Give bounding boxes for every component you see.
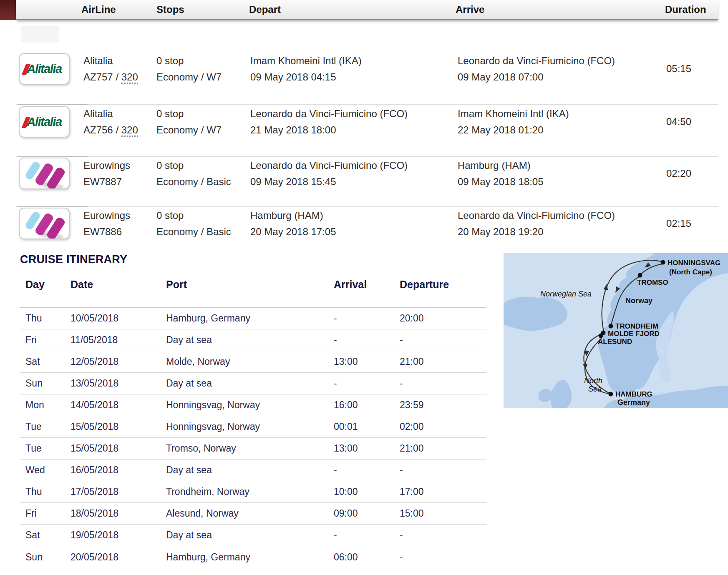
- stops-count: 0 stop: [156, 108, 184, 119]
- depart-airport: Leonardo da Vinci-Fiumicino (FCO): [250, 108, 408, 119]
- cruise-table-header: Day Date Port Arrival Departure: [20, 273, 486, 308]
- map-label-alesund: ALESUND: [598, 338, 632, 346]
- map-label-norwegian-sea: Norwegian Sea: [540, 290, 592, 298]
- depart-airport: Leonardo da Vinci-Fiumicino (FCO): [250, 160, 408, 171]
- arrive-time: 09 May 2018 18:05: [458, 176, 544, 187]
- departure-cell: 21:00: [400, 356, 486, 367]
- arrival-cell: 10:00: [334, 486, 400, 497]
- stops-cell: 0 stop Economy / W7: [156, 53, 250, 85]
- departure-cell: 21:00: [400, 443, 486, 454]
- stops-cell: 0 stop Economy / W7: [156, 105, 250, 138]
- duration-value: 04:50: [666, 116, 718, 128]
- arrival-cell: -: [334, 530, 400, 541]
- map-label-norway: Norway: [625, 296, 652, 305]
- departure-cell: 02:00: [400, 421, 486, 432]
- alitalia-logo-text: Alitalia: [27, 115, 61, 129]
- departure-cell: 15:00: [400, 508, 486, 519]
- arrival-cell: -: [334, 313, 400, 324]
- cabin-class: Economy / W7: [156, 124, 222, 136]
- flight-cruise-summary-page: AirLine Stops Depart Arrive Duration Ali…: [0, 0, 728, 575]
- date-cell: 16/05/2018: [71, 465, 166, 476]
- day-cell: Fri: [25, 508, 71, 519]
- cabin-class: Economy / W7: [156, 71, 222, 83]
- arrive-time: 22 May 2018 01:20: [458, 124, 544, 136]
- day-cell: Mon: [25, 399, 71, 411]
- arrival-cell: -: [334, 378, 400, 389]
- flight-code: AZ756 /: [83, 124, 118, 136]
- cruise-row: Wed 16/05/2018 Day at sea - -: [20, 459, 486, 481]
- eurowings-logo: [19, 158, 70, 189]
- port-cell: Day at sea: [166, 465, 334, 476]
- date-cell: 14/05/2018: [71, 399, 166, 411]
- day-cell: Sun: [25, 552, 71, 563]
- flight-code: AZ757 /: [83, 71, 118, 83]
- aircraft-type[interactable]: 320: [121, 124, 138, 137]
- flight-code: EW7887: [83, 176, 122, 187]
- date-cell: 17/05/2018: [71, 486, 166, 497]
- flights-table-header: AirLine Stops Depart Arrive Duration: [16, 0, 718, 20]
- cruise-row: Fri 18/05/2018 Alesund, Norway 09:00 15:…: [20, 503, 486, 525]
- arrival-cell: 06:00: [334, 552, 400, 563]
- duration-value: 02:15: [666, 218, 718, 229]
- depart-time: 20 May 2018 17:05: [250, 226, 336, 237]
- aircraft-type[interactable]: 320: [121, 71, 138, 84]
- map-label-north-cape: (North Cape): [669, 268, 712, 276]
- map-label-north-sea-1: North: [584, 377, 602, 385]
- port-cell: Hamburg, Germany: [166, 552, 334, 563]
- flight-code: EW7886: [83, 226, 122, 237]
- arrive-time: 20 May 2018 19:20: [458, 226, 544, 237]
- eurowings-logo: [19, 208, 70, 239]
- depart-time: 21 May 2018 18:00: [250, 124, 336, 136]
- arrive-cell: Leonardo da Vinci-Fiumicino (FCO) 20 May…: [458, 207, 666, 240]
- flight-row-ew7887: Eurowings EW7887 0 stop Economy / Basic …: [16, 156, 718, 206]
- depart-airport: Hamburg (HAM): [250, 210, 323, 221]
- alitalia-logo-text: Alitalia: [27, 62, 61, 76]
- column-header-stops: Stops: [156, 4, 249, 15]
- cruise-row: Sat 12/05/2018 Molde, Norway 13:00 21:00: [20, 351, 486, 373]
- arrival-cell: -: [334, 465, 400, 476]
- date-cell: 19/05/2018: [71, 530, 166, 541]
- date-cell: 15/05/2018: [71, 421, 166, 432]
- map-label-molde-fjord: MOLDE FJORD: [608, 330, 660, 338]
- column-header-depart: Depart: [249, 4, 456, 15]
- arrival-cell: 13:00: [334, 443, 400, 454]
- stops-count: 0 stop: [156, 55, 184, 66]
- arrival-cell: 13:00: [334, 356, 400, 367]
- day-cell: Sat: [25, 356, 71, 367]
- arrive-cell: Imam Khomeini Intl (IKA) 22 May 2018 01:…: [458, 105, 666, 138]
- cruise-itinerary-title: CRUISE ITINERARY: [20, 253, 127, 266]
- flights-table: Alitalia Alitalia AZ757 / 320 0 stop Eco…: [16, 20, 718, 256]
- column-header-port: Port: [166, 279, 334, 307]
- port-cell: Tromso, Norway: [166, 443, 334, 454]
- map-label-germany: Germany: [617, 398, 650, 407]
- port-cell: Alesund, Norway: [166, 508, 334, 519]
- cruise-row: Thu 10/05/2018 Hamburg, Germany - 20:00: [20, 308, 486, 329]
- arrive-airport: Leonardo da Vinci-Fiumicino (FCO): [458, 210, 615, 221]
- depart-airport: Imam Khomeini Intl (IKA): [250, 55, 362, 66]
- stops-count: 0 stop: [156, 160, 184, 171]
- corner-accent-bar: [0, 0, 16, 20]
- date-cell: 15/05/2018: [71, 443, 166, 454]
- cruise-row: Sun 20/05/2018 Hamburg, Germany 06:00 -: [20, 546, 486, 568]
- cabin-class: Economy / Basic: [156, 176, 231, 187]
- cruise-row: Sun 13/05/2018 Day at sea - -: [20, 373, 486, 394]
- arrive-cell: Leonardo da Vinci-Fiumicino (FCO) 09 May…: [458, 53, 666, 85]
- column-header-day: Day: [25, 279, 71, 307]
- date-cell: 11/05/2018: [71, 334, 166, 346]
- cruise-row: Thu 17/05/2018 Trondheim, Norway 10:00 1…: [20, 481, 486, 503]
- airline-name: Alitalia: [83, 55, 113, 66]
- date-cell: 13/05/2018: [71, 378, 166, 389]
- depart-cell: Imam Khomeini Intl (IKA) 09 May 2018 04:…: [250, 53, 458, 85]
- airline-cell: Eurowings EW7887: [83, 157, 156, 190]
- arrive-airport: Imam Khomeini Intl (IKA): [458, 108, 569, 119]
- day-cell: Tue: [25, 421, 71, 432]
- port-cell: Day at sea: [166, 530, 334, 541]
- duration-value: 05:15: [666, 63, 718, 75]
- day-cell: Wed: [25, 465, 71, 476]
- alitalia-logo: Alitalia: [19, 106, 70, 138]
- airline-name: Eurowings: [83, 160, 130, 171]
- depart-cell: Leonardo da Vinci-Fiumicino (FCO) 21 May…: [250, 105, 458, 138]
- departure-cell: -: [400, 334, 486, 346]
- column-header-arrival: Arrival: [334, 279, 400, 307]
- airline-name: Eurowings: [83, 210, 130, 221]
